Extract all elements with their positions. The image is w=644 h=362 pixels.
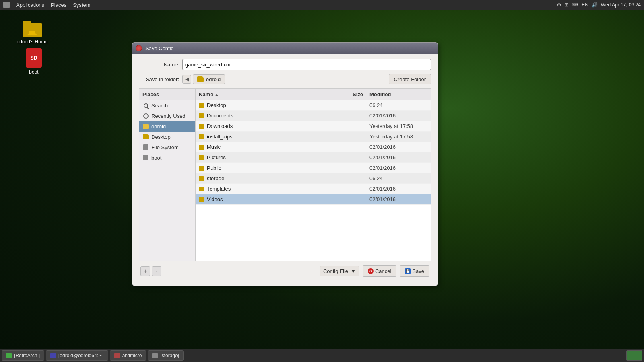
taskbar-item-storage[interactable]: [storage] (148, 350, 184, 361)
places-header: Places (139, 89, 195, 100)
sort-arrow: ▲ (215, 92, 219, 97)
folder-icon-music (199, 145, 204, 150)
menu-places[interactable]: Places (51, 2, 66, 8)
file-modified-storage: 06:24 (366, 175, 431, 181)
taskbar-item-terminal[interactable]: [odroid@odroid64: ~] (46, 350, 108, 361)
taskbar-terminal-label: [odroid@odroid64: ~] (58, 353, 104, 358)
datetime: Wed Apr 17, 06:24 (601, 2, 641, 8)
boot-icon-label: boot (29, 69, 38, 75)
table-row[interactable]: Public 02/01/2016 (196, 163, 431, 173)
folder-row: Save in folder: ◀ odroid Create Folder (139, 74, 431, 84)
terminal-icon (50, 353, 56, 358)
sidebar-item-odroid-label: odroid (151, 123, 166, 130)
save-button[interactable]: 💾 Save (400, 265, 429, 277)
files-panel: Name ▲ Size Modified Desktop (196, 89, 431, 261)
file-modified-installzips: Yesterday at 17:58 (366, 134, 431, 140)
save-config-dialog: Save Config Name: Save in folder: ◀ odro… (132, 42, 438, 286)
folder-icon-desktop (199, 103, 204, 108)
sidebar-item-desktop[interactable]: Desktop (139, 132, 195, 142)
dialog-titlebar: Save Config (132, 43, 438, 54)
save-label: Save (412, 268, 424, 274)
file-name-storage: storage (196, 175, 342, 181)
menu-applications[interactable]: Applications (16, 2, 44, 8)
taskbar-bottom: [RetroArch ] [odroid@odroid64: ~] antimi… (0, 349, 644, 362)
table-row[interactable]: Desktop 06:24 (196, 100, 431, 111)
file-modified-templates: 02/01/2016 (366, 186, 431, 192)
sidebar-item-search[interactable]: Search (139, 100, 195, 111)
desktop-icon-boot[interactable]: SD boot (18, 48, 50, 75)
table-row[interactable]: Downloads Yesterday at 17:58 (196, 121, 431, 132)
sidebar-item-filesystem-label: File System (151, 144, 179, 150)
files-list: Desktop 06:24 Documents 0 (196, 100, 431, 261)
volume-icon: 🔊 (592, 2, 598, 8)
name-input[interactable] (182, 59, 431, 70)
file-name-music: Music (196, 144, 342, 150)
col-size[interactable]: Size (342, 91, 366, 97)
filetype-select[interactable]: Config File ▼ (320, 266, 359, 276)
folder-icon-installzips (199, 134, 204, 139)
dialog-body: Name: Save in folder: ◀ odroid Create Fo… (132, 54, 438, 286)
retroarch-icon (6, 353, 12, 358)
dialog-close-button[interactable] (136, 45, 142, 51)
boot-drive-icon (142, 154, 149, 161)
menu-system[interactable]: System (73, 2, 90, 8)
name-row: Name: (139, 59, 431, 70)
files-header: Name ▲ Size Modified (196, 89, 431, 100)
sidebar-item-boot-label: boot (151, 155, 161, 161)
cancel-button[interactable]: ✕ Cancel (363, 265, 396, 277)
dialog-actions: Config File ▼ ✕ Cancel 💾 Save (320, 265, 429, 277)
taskbar-desktop-indicator[interactable] (626, 350, 642, 361)
file-modified-pictures: 02/01/2016 (366, 154, 431, 160)
network-icon: ⊕ (557, 2, 561, 8)
desktop-icon-home[interactable]: odroid's Home (16, 18, 48, 45)
taskbar-top-right: ⊕ ⊞ ⌨ EN 🔊 Wed Apr 17, 06:24 (557, 2, 641, 8)
col-modified[interactable]: Modified (366, 91, 431, 97)
table-row[interactable]: Documents 02/01/2016 (196, 111, 431, 121)
folder-icon-storage (199, 176, 204, 181)
file-name-videos: Videos (196, 196, 342, 202)
folder-label: Save in folder: (139, 76, 179, 82)
storage-icon (152, 353, 158, 358)
folder-icon-templates (199, 187, 204, 191)
current-folder-button[interactable]: odroid (193, 74, 225, 84)
browser-area: Places Search Recently Used (139, 88, 431, 261)
antimicro-icon (114, 353, 120, 358)
lang-indicator: EN (582, 2, 588, 8)
name-label: Name: (139, 62, 179, 68)
remove-bookmark-button[interactable]: - (152, 266, 161, 276)
taskbar-top-left: Applications Places System (3, 2, 90, 8)
back-button[interactable]: ◀ (182, 75, 191, 84)
add-bookmark-button[interactable]: + (140, 266, 150, 276)
sidebar-item-filesystem[interactable]: File System (139, 142, 195, 152)
home-icon (23, 18, 42, 37)
odroid-folder-icon (142, 123, 149, 130)
table-row[interactable]: Music 02/01/2016 (196, 142, 431, 152)
home-icon-label: odroid's Home (17, 39, 48, 45)
save-icon: 💾 (405, 268, 411, 274)
filesystem-icon (142, 144, 149, 150)
current-folder-name: odroid (206, 76, 221, 82)
table-row[interactable]: Pictures 02/01/2016 (196, 152, 431, 163)
sidebar-item-desktop-label: Desktop (151, 134, 171, 140)
current-folder-icon (197, 76, 204, 82)
sidebar-item-recently-used[interactable]: Recently Used (139, 111, 195, 121)
system-icon (3, 2, 10, 8)
places-panel: Places Search Recently Used (139, 89, 196, 261)
keyboard-icon: ⌨ (572, 2, 578, 8)
table-row[interactable]: install_zips Yesterday at 17:58 (196, 132, 431, 142)
table-row[interactable]: Templates 02/01/2016 (196, 184, 431, 194)
taskbar-item-antimicro[interactable]: antimicro (110, 350, 147, 361)
folder-icon-public (199, 166, 204, 171)
folder-icon-pictures (199, 155, 204, 160)
taskbar-antimicro-label: antimicro (122, 353, 142, 358)
table-row[interactable]: storage 06:24 (196, 173, 431, 184)
taskbar-item-retroarch[interactable]: [RetroArch ] (2, 350, 44, 361)
sidebar-item-boot[interactable]: boot (139, 152, 195, 163)
sidebar-item-odroid[interactable]: odroid (139, 121, 195, 132)
create-folder-button[interactable]: Create Folder (389, 74, 431, 84)
col-name[interactable]: Name ▲ (196, 91, 342, 97)
file-modified-desktop: 06:24 (366, 102, 431, 108)
table-row[interactable]: Videos 02/01/2016 (196, 194, 431, 205)
file-name-documents: Documents (196, 113, 342, 119)
taskbar-storage-label: [storage] (160, 353, 179, 358)
